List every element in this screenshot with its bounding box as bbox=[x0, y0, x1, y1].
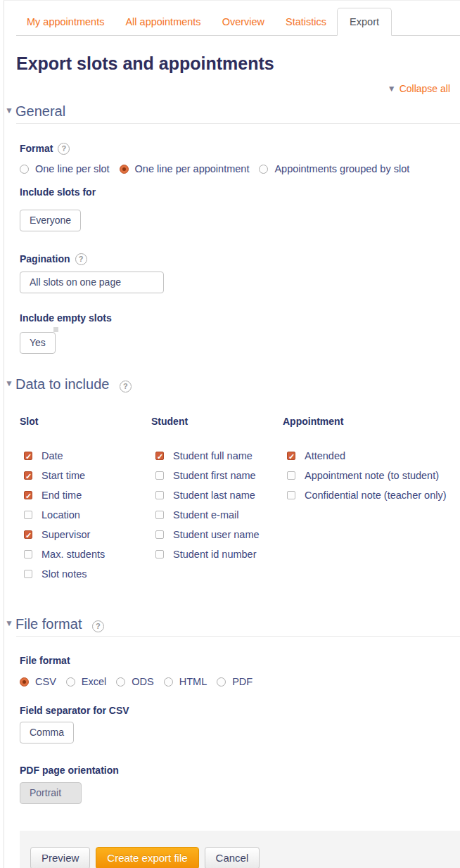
help-icon[interactable]: ? bbox=[120, 381, 132, 392]
tab-overview[interactable]: Overview bbox=[212, 8, 275, 35]
section-header-general: ▼ General bbox=[15, 103, 460, 120]
general-section-body: Format ? One line per slot One line per … bbox=[20, 143, 460, 354]
checkbox-appointment-note[interactable]: Appointment note (to student) bbox=[283, 468, 452, 483]
checkbox-label: End time bbox=[41, 490, 82, 501]
checkbox-attended[interactable]: Attended bbox=[283, 448, 452, 464]
include-slots-for-select[interactable]: Everyone bbox=[20, 210, 81, 231]
file-format-radio-group: CSV Excel ODS HTML PDF bbox=[20, 676, 450, 687]
checkbox-icon bbox=[24, 550, 32, 559]
checkbox-icon bbox=[24, 530, 32, 539]
checkbox-student-full-name[interactable]: Student full name bbox=[151, 448, 283, 464]
radio-label: Excel bbox=[82, 676, 106, 687]
section-collapse-icon[interactable]: ▼ bbox=[5, 378, 13, 388]
radio-pdf[interactable]: PDF bbox=[217, 676, 253, 687]
column-header-slot: Slot bbox=[20, 416, 151, 427]
column-slot: Slot Date Start time End time Location S… bbox=[20, 416, 151, 586]
tab-bar: My appointments All appointments Overvie… bbox=[16, 8, 460, 36]
checkbox-icon bbox=[24, 511, 32, 519]
checkbox-icon bbox=[155, 491, 164, 499]
checkbox-icon bbox=[155, 471, 164, 480]
format-radio-group: One line per slot One line per appointme… bbox=[20, 163, 450, 174]
student-checklist: Student full name Student first name Stu… bbox=[151, 448, 283, 562]
checkbox-label: Student id number bbox=[173, 549, 257, 560]
section-title-general[interactable]: General bbox=[15, 103, 65, 119]
radio-appointments-grouped-by-slot[interactable]: Appointments grouped by slot bbox=[259, 163, 409, 174]
create-export-file-button[interactable]: Create export file bbox=[96, 847, 198, 868]
tab-export[interactable]: Export bbox=[337, 8, 392, 36]
slot-checklist: Date Start time End time Location Superv… bbox=[20, 448, 151, 582]
section-collapse-icon[interactable]: ▼ bbox=[5, 618, 13, 628]
section-divider bbox=[16, 123, 460, 124]
cancel-button[interactable]: Cancel bbox=[205, 847, 260, 868]
tab-my-appointments[interactable]: My appointments bbox=[16, 8, 115, 35]
checkbox-icon bbox=[155, 550, 164, 559]
column-appointment: Appointment Attended Appointment note (t… bbox=[283, 416, 452, 586]
radio-excel[interactable]: Excel bbox=[66, 676, 106, 687]
file-format-label: File format bbox=[20, 655, 450, 667]
radio-label: One line per slot bbox=[35, 163, 110, 174]
pagination-select[interactable]: All slots on one page bbox=[20, 272, 164, 293]
advanced-marker-dot bbox=[53, 327, 58, 332]
radio-icon bbox=[20, 165, 29, 174]
checkbox-date[interactable]: Date bbox=[20, 448, 151, 464]
radio-csv[interactable]: CSV bbox=[20, 676, 56, 687]
radio-label: ODS bbox=[132, 676, 153, 687]
field-separator-select[interactable]: Comma bbox=[20, 722, 74, 743]
checkbox-label: Student first name bbox=[173, 470, 256, 481]
checkbox-icon bbox=[155, 530, 164, 539]
checkbox-label: Confidential note (teacher only) bbox=[305, 490, 447, 501]
checkbox-student-email[interactable]: Student e-mail bbox=[151, 507, 283, 523]
checkbox-label: Date bbox=[41, 450, 63, 461]
checkbox-slot-notes[interactable]: Slot notes bbox=[20, 566, 151, 582]
checkbox-icon bbox=[287, 491, 295, 499]
checkbox-label: Student user name bbox=[173, 529, 260, 540]
section-title-file-format[interactable]: File format bbox=[15, 616, 82, 632]
collapse-all-row: ▼Collapse all bbox=[4, 83, 460, 95]
checkbox-supervisor[interactable]: Supervisor bbox=[20, 527, 151, 542]
checkbox-icon bbox=[287, 452, 295, 460]
form-actions-bar: Preview Create export file Cancel bbox=[20, 831, 460, 868]
checkbox-start-time[interactable]: Start time bbox=[20, 468, 151, 483]
section-header-file-format: ▼ File format ? bbox=[15, 615, 460, 632]
help-icon[interactable]: ? bbox=[92, 620, 104, 632]
checkbox-label: Student e-mail bbox=[173, 509, 239, 521]
checkbox-student-id-number[interactable]: Student id number bbox=[151, 547, 283, 562]
tab-statistics[interactable]: Statistics bbox=[275, 8, 337, 35]
tab-all-appointments[interactable]: All appointments bbox=[115, 8, 211, 35]
checkbox-label: Appointment note (to student) bbox=[305, 470, 439, 481]
checkbox-end-time[interactable]: End time bbox=[20, 487, 151, 503]
radio-html[interactable]: HTML bbox=[164, 676, 207, 687]
pagination-label: Pagination bbox=[20, 253, 70, 265]
radio-icon bbox=[20, 677, 29, 687]
pdf-orientation-select[interactable]: Portrait bbox=[20, 782, 82, 804]
checkbox-max-students[interactable]: Max. students bbox=[20, 547, 151, 562]
checkbox-icon bbox=[24, 570, 32, 578]
checkbox-icon bbox=[24, 491, 32, 499]
section-title-data-to-include[interactable]: Data to include bbox=[15, 376, 109, 392]
help-icon[interactable]: ? bbox=[58, 143, 70, 155]
radio-ods[interactable]: ODS bbox=[116, 676, 153, 687]
checkbox-label: Start time bbox=[41, 470, 85, 481]
radio-label: One line per appointment bbox=[135, 163, 250, 174]
help-icon[interactable]: ? bbox=[75, 253, 87, 265]
radio-icon bbox=[120, 165, 129, 174]
checkbox-student-last-name[interactable]: Student last name bbox=[151, 487, 283, 503]
collapse-all-link[interactable]: Collapse all bbox=[400, 83, 450, 94]
section-collapse-icon[interactable]: ▼ bbox=[5, 106, 13, 115]
radio-one-line-per-slot[interactable]: One line per slot bbox=[20, 163, 110, 174]
checkbox-student-user-name[interactable]: Student user name bbox=[151, 527, 283, 542]
format-label: Format bbox=[20, 143, 53, 155]
radio-one-line-per-appointment[interactable]: One line per appointment bbox=[120, 163, 250, 174]
checkbox-label: Max. students bbox=[41, 549, 105, 560]
checkbox-icon bbox=[155, 452, 164, 460]
checkbox-icon bbox=[24, 471, 32, 480]
include-empty-slots-select[interactable]: Yes bbox=[20, 332, 56, 354]
radio-label: HTML bbox=[179, 676, 207, 687]
checkbox-student-first-name[interactable]: Student first name bbox=[151, 468, 283, 483]
checkbox-label: Location bbox=[41, 509, 80, 521]
checkbox-label: Attended bbox=[305, 450, 345, 461]
collapse-all-arrow-icon: ▼ bbox=[388, 84, 396, 94]
preview-button[interactable]: Preview bbox=[30, 847, 90, 868]
checkbox-location[interactable]: Location bbox=[20, 507, 151, 523]
checkbox-confidential-note[interactable]: Confidential note (teacher only) bbox=[283, 487, 452, 503]
